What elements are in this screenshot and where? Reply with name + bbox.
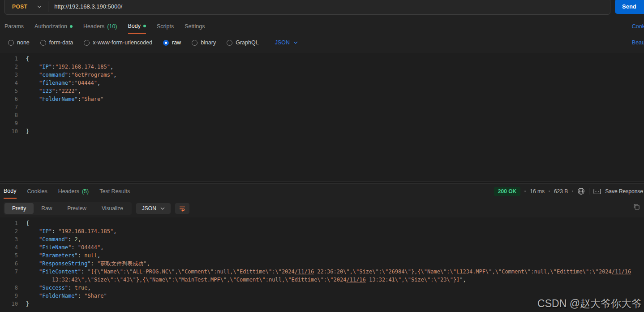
code-token: , bbox=[147, 260, 150, 267]
code-token: 22:36:20\",\"Size\":\"26984\"},{\"Name\"… bbox=[314, 269, 612, 275]
line-number: 5 bbox=[0, 87, 18, 95]
code-token: , bbox=[110, 64, 113, 70]
code-line: 7"FileContent": "[{\"Name\":\"ALL-PROG.N… bbox=[0, 268, 644, 276]
send-button[interactable]: Send bbox=[615, 0, 644, 14]
code-link[interactable]: /11/16 bbox=[346, 277, 365, 283]
code-line: 13:32:42\",\"Size\":\"43\"},{\"Name\":\"… bbox=[0, 276, 644, 284]
request-url-bar: POST http://192.168.3.190:5000/ Send bbox=[0, 0, 644, 16]
code-token: "Share" bbox=[84, 293, 107, 299]
tab-authorization[interactable]: Authorization bbox=[34, 19, 73, 34]
save-response-button[interactable]: Save Response bbox=[605, 188, 643, 195]
tab-body[interactable]: Body bbox=[128, 19, 146, 34]
request-format-selector[interactable]: JSON bbox=[275, 39, 298, 46]
body-type-form-data[interactable]: form-data bbox=[40, 39, 73, 46]
line-number: 4 bbox=[0, 243, 18, 251]
format-label: JSON bbox=[142, 205, 156, 212]
code-line: 6"FolderName":"Share" bbox=[0, 95, 644, 103]
code-token: null bbox=[84, 252, 97, 259]
code-token: , bbox=[87, 285, 90, 291]
code-link[interactable]: /11/16 bbox=[612, 269, 631, 275]
tab-label: Params bbox=[4, 23, 24, 30]
network-globe-icon[interactable] bbox=[577, 187, 585, 195]
csdn-watermark: CSDN @赵大爷你大爷 bbox=[537, 297, 642, 311]
tab-headers[interactable]: Headers(10) bbox=[83, 19, 117, 34]
radio-icon bbox=[84, 40, 90, 46]
radio-icon bbox=[227, 40, 232, 46]
code-token: , bbox=[78, 88, 81, 94]
response-format-selector[interactable]: JSON bbox=[136, 203, 171, 214]
code-token: } bbox=[26, 128, 29, 134]
code-token: } bbox=[26, 301, 29, 307]
radio-icon bbox=[192, 40, 197, 46]
code-token: ": bbox=[65, 72, 71, 78]
body-type-binary[interactable]: binary bbox=[192, 39, 216, 46]
code-token: , bbox=[97, 252, 100, 259]
request-body-editor[interactable]: 1{2"IP":"192.168.174.185",3"command":"Ge… bbox=[0, 53, 644, 181]
url-input[interactable]: http://192.168.3.190:5000/ bbox=[48, 3, 122, 10]
line-number: 2 bbox=[0, 63, 18, 71]
view-tab-raw[interactable]: Raw bbox=[34, 203, 60, 214]
code-line: 5"Parameters": null, bbox=[0, 251, 644, 260]
status-dot bbox=[143, 25, 146, 27]
code-content: "Parameters": null, bbox=[18, 251, 100, 260]
code-token: FolderName bbox=[42, 293, 74, 299]
response-time: 16 ms bbox=[530, 188, 545, 195]
code-content: "IP":"192.168.174.185", bbox=[18, 63, 113, 71]
line-number: 9 bbox=[0, 292, 18, 300]
code-line: 3"Command": 2, bbox=[0, 235, 644, 243]
tab-label: Authorization bbox=[34, 23, 67, 30]
code-token: 13:32:41\",\"Size\":\"23\"}]" bbox=[366, 277, 463, 283]
code-token: "[{\"Name\":\"ALL-PROG.NC\",\"Comment\":… bbox=[87, 269, 294, 275]
chevron-down-icon[interactable] bbox=[37, 5, 42, 8]
code-token: "192.168.174.185" bbox=[58, 228, 113, 234]
response-tab-headers[interactable]: Headers(5) bbox=[58, 184, 89, 199]
tab-label: Headers bbox=[58, 188, 79, 195]
cookies-link[interactable]: Cookies bbox=[632, 23, 644, 30]
response-tabs: BodyCookiesHeaders(5)Test Results 200 OK… bbox=[0, 184, 644, 199]
code-line: 10} bbox=[0, 127, 644, 135]
code-token: 2 bbox=[75, 236, 78, 243]
response-tab-cookies[interactable]: Cookies bbox=[27, 184, 47, 199]
code-line: 1{ bbox=[0, 219, 644, 227]
status-badge: 200 OK bbox=[494, 187, 520, 196]
tab-scripts[interactable]: Scripts bbox=[157, 19, 174, 34]
radio-label: binary bbox=[201, 39, 216, 46]
radio-icon bbox=[8, 40, 14, 46]
code-token: "192.168.174.185" bbox=[55, 64, 110, 70]
code-token: ": bbox=[78, 269, 88, 275]
response-tab-body[interactable]: Body bbox=[4, 184, 17, 199]
line-number: 10 bbox=[0, 127, 18, 135]
view-tab-pretty[interactable]: Pretty bbox=[4, 203, 34, 214]
method-selector[interactable]: POST bbox=[5, 4, 27, 10]
body-type-graphql[interactable]: GraphQL bbox=[227, 39, 258, 46]
radio-icon bbox=[163, 40, 169, 46]
view-tab-visualize[interactable]: Visualize bbox=[94, 203, 131, 214]
tab-params[interactable]: Params bbox=[4, 19, 24, 34]
beautify-link[interactable]: Beautify bbox=[632, 39, 644, 46]
code-token: ": bbox=[74, 96, 81, 102]
response-tab-test-results[interactable]: Test Results bbox=[99, 184, 130, 199]
body-type-x-www-form-urlencoded[interactable]: x-www-form-urlencoded bbox=[84, 39, 152, 46]
code-link[interactable]: /11/16 bbox=[295, 269, 314, 275]
tab-label: Settings bbox=[185, 23, 205, 30]
code-token: "O4444" bbox=[78, 244, 101, 251]
code-content: { bbox=[18, 219, 29, 227]
code-token: ": bbox=[49, 228, 59, 234]
body-type-raw[interactable]: raw bbox=[163, 39, 181, 46]
view-tab-preview[interactable]: Preview bbox=[60, 203, 94, 214]
code-content: "Success": true, bbox=[18, 284, 91, 292]
code-content bbox=[18, 103, 39, 111]
radio-label: none bbox=[17, 39, 30, 46]
code-token: 13:32:42\",\"Size\":\"43\"},{\"Name\":\"… bbox=[52, 277, 346, 283]
save-response-icon[interactable] bbox=[593, 188, 601, 195]
body-type-none[interactable]: none bbox=[8, 39, 30, 46]
tab-settings[interactable]: Settings bbox=[185, 19, 205, 34]
chevron-down-icon bbox=[293, 41, 298, 44]
code-token: command bbox=[42, 72, 65, 78]
copy-icon[interactable] bbox=[633, 203, 640, 210]
line-number: 3 bbox=[0, 71, 18, 79]
word-wrap-icon[interactable] bbox=[175, 203, 189, 214]
code-token: "GetPrograms" bbox=[71, 72, 113, 78]
code-token: filename bbox=[42, 80, 68, 86]
indent-guide bbox=[28, 227, 28, 300]
